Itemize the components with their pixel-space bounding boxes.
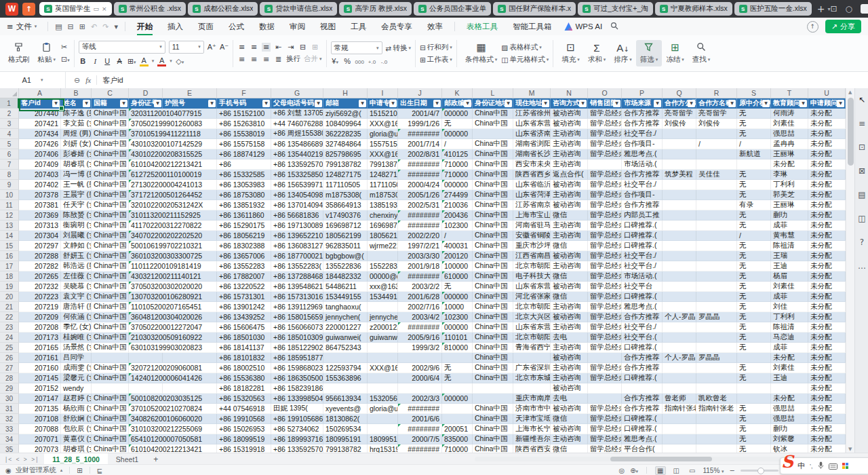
cell[interactable]: 合作方推荐	[622, 394, 663, 404]
cell[interactable]: guiwanwei(	[323, 332, 368, 343]
cell[interactable]: 个人-罗晶	[663, 312, 696, 322]
header-cell[interactable]: 市场来源▼	[622, 98, 663, 109]
cell[interactable]: ########	[398, 271, 442, 282]
cell[interactable]: 韩浩远 (男	[61, 261, 92, 271]
cell[interactable]: 962835011	[323, 241, 368, 251]
cell[interactable]: +86 1372884680	[271, 271, 323, 282]
cell[interactable]: 207402	[19, 180, 61, 190]
cell[interactable]: 合作方推荐	[622, 404, 663, 414]
cell[interactable]: 被动咨询	[551, 251, 588, 261]
cell[interactable]: +86 1573130169	[271, 292, 323, 302]
column-header-L[interactable]: L	[473, 88, 513, 98]
header-cell[interactable]: 申请专用邮箱▼	[368, 98, 398, 109]
cell[interactable]: China中国	[92, 292, 129, 302]
cell[interactable]: 100000	[442, 261, 473, 271]
cell[interactable]: 155751588	[368, 139, 398, 149]
cell[interactable]: 个人-罗晶	[663, 353, 696, 363]
cell[interactable]: 274499	[442, 190, 473, 200]
cell[interactable]: China中国	[473, 139, 513, 149]
cell[interactable]: 155363896	[323, 373, 368, 383]
cell[interactable]	[473, 383, 513, 394]
cell[interactable]: 王丽琳	[771, 149, 808, 159]
cell[interactable]: 无	[737, 414, 771, 424]
cell[interactable]: 358664913	[323, 200, 368, 210]
cell[interactable]: 207152	[19, 383, 61, 394]
cell[interactable]	[663, 424, 696, 434]
cell[interactable]: 主动咨询	[551, 261, 588, 271]
wps-logo[interactable]: W	[5, 3, 18, 16]
cell[interactable]: 362228235	[323, 129, 368, 139]
cell[interactable]	[513, 383, 551, 394]
cell[interactable]: 无	[737, 292, 771, 302]
decrease-decimal-icon[interactable]: -.0	[380, 57, 389, 65]
cell[interactable]: 王瑞	[771, 251, 808, 261]
cell[interactable]: 王一帆 (男	[61, 180, 92, 190]
cell[interactable]: 返点合作(	[551, 170, 588, 180]
cell[interactable]: 无	[737, 119, 771, 129]
file-menu-button[interactable]: ≡ 文件 ▾	[0, 22, 43, 32]
cell[interactable]: 留学总经办	[588, 119, 622, 129]
cell[interactable]	[696, 373, 737, 383]
filter-dropdown-icon[interactable]: ▼	[654, 100, 661, 107]
cell[interactable]: +86 15538019	[217, 129, 271, 139]
cell[interactable]: 罗晶晶	[696, 312, 737, 322]
cell[interactable]: 未分配	[808, 332, 846, 343]
cell[interactable]: 留学总经办	[588, 261, 622, 271]
header-cell[interactable]: 手机号码▼	[217, 98, 271, 109]
cell[interactable]: China中国	[473, 343, 513, 353]
cell[interactable]: 强思喆	[771, 129, 808, 139]
cell[interactable]: ########	[398, 221, 442, 231]
cell[interactable]: 济南市市中	[513, 404, 551, 414]
header-cell[interactable]: 出生日期▼	[398, 98, 442, 109]
cell[interactable]: +86 15263810	[217, 119, 271, 129]
cell[interactable]: 留学总经办	[588, 149, 622, 159]
spreadsheet-grid[interactable]: ABCDEFGHIJKLMNOPQRSTU1客户id▼姓名▼国籍▼身份证号▼护照…	[0, 88, 846, 453]
cell[interactable]: 去电	[551, 332, 588, 343]
find-button[interactable]: 查找▾	[688, 40, 715, 66]
cell[interactable]: 32010220020531242X	[129, 200, 163, 210]
eraser-icon[interactable]: ◇▾	[176, 57, 184, 66]
row-number[interactable]: 32	[0, 414, 19, 424]
cell[interactable]: 黄嘉仪 (女	[61, 434, 92, 444]
cell[interactable]	[663, 190, 696, 200]
cell[interactable]	[696, 210, 737, 221]
cell[interactable]: wjrme221(	[368, 241, 398, 251]
cell[interactable]: 未分配	[808, 170, 846, 180]
share-button[interactable]: ↗分享	[825, 20, 861, 33]
cell[interactable]	[663, 180, 696, 190]
cell[interactable]: +86 18182281	[217, 383, 271, 394]
cell[interactable]: /	[442, 231, 473, 241]
cell[interactable]: m1875308(	[368, 190, 398, 200]
merge-cells-icon[interactable]: ⊞	[311, 43, 319, 52]
paste-button[interactable]: 粘贴▾	[34, 40, 60, 66]
freeze-button[interactable]: ⊞ 冻结▾	[662, 40, 688, 66]
cell[interactable]: 北京市朝阳	[513, 302, 551, 312]
cell[interactable]: +86 1850103098	[271, 332, 323, 343]
cell[interactable]: 陈祖清	[771, 322, 808, 332]
cell[interactable]: 北京大兴区	[513, 312, 551, 322]
cell[interactable]: +86 18753080	[217, 190, 271, 200]
cell[interactable]: +86 52734062	[271, 424, 323, 434]
cell[interactable]: 主动咨询	[551, 149, 588, 159]
cell[interactable]: 无	[737, 434, 771, 444]
sheet-nav-arrows[interactable]: |< < > >|	[0, 456, 44, 463]
cell[interactable]: 110105200207165451	[129, 302, 163, 312]
cell[interactable]: 未分配	[808, 353, 846, 363]
cell[interactable]: 留学总经办	[588, 343, 622, 353]
chart-icon[interactable]: ▤	[858, 190, 865, 200]
cell[interactable]	[696, 221, 737, 231]
cell[interactable]: chenxinyur	[368, 210, 398, 221]
cell[interactable]: +86 13053983	[217, 180, 271, 190]
cell[interactable]: +86 15320563	[217, 394, 271, 404]
header-cell[interactable]: 邮政编码▼	[442, 98, 473, 109]
document-tab[interactable]: S高学历 教授.xlsx	[339, 2, 411, 16]
cell[interactable]: China中国	[473, 282, 513, 292]
vertical-scroll-thumb[interactable]	[848, 98, 854, 166]
cell[interactable]	[663, 414, 696, 424]
row-number[interactable]: 6	[0, 149, 19, 159]
column-header-U[interactable]: U	[808, 88, 846, 98]
increase-indent-icon[interactable]: ⇥	[286, 43, 295, 52]
skin-icon[interactable]: ○	[846, 4, 852, 14]
filter-dropdown-icon[interactable]: ▼	[208, 100, 216, 107]
filter-dropdown-icon[interactable]: ▼	[389, 100, 397, 107]
